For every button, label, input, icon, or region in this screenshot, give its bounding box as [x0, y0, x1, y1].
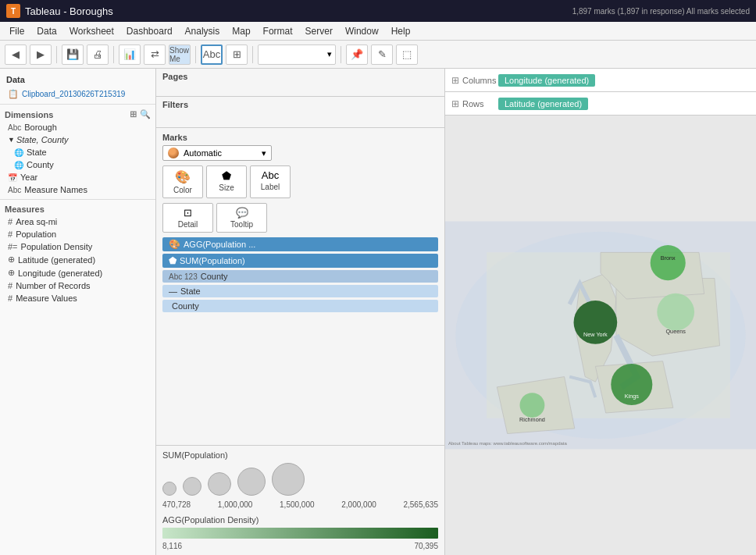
menu-bar: File Data Worksheet Dashboard Analysis M… [0, 22, 756, 41]
menu-data[interactable]: Data [30, 24, 62, 38]
left-panel: Data 📋 Clipboard_20130626T215319 Dimensi… [0, 69, 156, 555]
marks-label-card[interactable]: Abc Label [250, 165, 291, 198]
rows-shelf: ⊞ Rows Latitude (generated) [445, 92, 756, 116]
forward-button[interactable]: ▶ [30, 44, 52, 65]
dimensions-section: Dimensions ⊞ 🔍 Abc Borough ▼ State, Coun… [0, 104, 155, 199]
rows-pill[interactable]: Latitude (generated) [498, 98, 588, 110]
dim-year-type: 📅 [8, 173, 17, 182]
pill-county2-label: County [172, 301, 199, 311]
marks-pill-agg-pop-density[interactable]: 🎨 AGG(Population ... [162, 237, 438, 251]
dim-measure-names[interactable]: Abc Measure Names [5, 183, 151, 196]
marks-size-card[interactable]: ⬟ Size [206, 165, 247, 198]
dimensions-search-icon[interactable]: 🔍 [140, 109, 151, 119]
filters-title: Filters [162, 100, 438, 109]
meas-area-label: Area sq-mi [16, 217, 57, 226]
chart-type-button[interactable]: 📊 [119, 44, 141, 65]
print-button[interactable]: 🖨 [87, 44, 109, 65]
main-area: Data 📋 Clipboard_20130626T215319 Dimensi… [0, 69, 756, 555]
pages-title: Pages [162, 72, 438, 81]
globe-icon-state: 🌐 [14, 148, 23, 157]
data-label: Data [5, 72, 151, 87]
menu-map[interactable]: Map [226, 24, 256, 38]
save-button[interactable]: 💾 [62, 44, 84, 65]
marks-type-dropdown[interactable]: Automatic ▾ [162, 145, 272, 161]
marks-color-card[interactable]: 🎨 Color [162, 165, 203, 198]
fit-button[interactable]: ⊞ [226, 44, 248, 65]
menu-dashboard[interactable]: Dashboard [120, 24, 179, 38]
toolbar-sep-1 [56, 46, 57, 63]
menu-analysis[interactable]: Analysis [179, 24, 226, 38]
marks-tooltip-card[interactable]: 💬 Tooltip [216, 203, 267, 233]
pill-state-prefix: — [169, 286, 177, 296]
menu-help[interactable]: Help [385, 24, 417, 38]
svg-text:New York: New York [583, 331, 608, 338]
svg-text:Bronx: Bronx [661, 254, 676, 261]
clipboard-datasource[interactable]: 📋 Clipboard_20130626T215319 [5, 87, 151, 101]
columns-pill[interactable]: Longitude (generated) [498, 74, 595, 87]
legend-circle-4 [237, 468, 266, 496]
toolbar-sep-3 [195, 46, 196, 63]
dim-year[interactable]: 📅 Year [5, 171, 151, 183]
clipboard-name: Clipboard_20130626T215319 [22, 90, 125, 98]
label-button[interactable]: Abc [201, 44, 223, 65]
map-bubble-queens[interactable] [657, 294, 694, 331]
dimensions-header: Dimensions ⊞ 🔍 [5, 108, 151, 121]
detail-label: Detail [178, 220, 198, 229]
menu-server[interactable]: Server [299, 24, 339, 38]
marks-pill-state[interactable]: — State [162, 285, 438, 297]
hash-icon-values: # [8, 294, 12, 303]
dimensions-label: Dimensions [5, 110, 53, 119]
legend-sum-pop-title: SUM(Population) [162, 450, 438, 460]
menu-window[interactable]: Window [339, 24, 385, 38]
svg-text:Queens: Queens [665, 328, 686, 335]
menu-file[interactable]: File [3, 24, 30, 38]
dim-county[interactable]: 🌐 County [11, 158, 151, 171]
meas-longitude[interactable]: ⊕ Longitude (generated) [5, 266, 151, 279]
tool2[interactable]: ⬚ [396, 44, 418, 65]
svg-text:Richmond: Richmond [519, 416, 545, 423]
meas-latitude[interactable]: ⊕ Latitude (generated) [5, 253, 151, 266]
back-button[interactable]: ◀ [5, 44, 27, 65]
pin-button[interactable]: 📌 [346, 44, 368, 65]
pill-sum-label: SUM(Population) [180, 256, 245, 265]
marks-pill-sum-pop[interactable]: ⬟ SUM(Population) [162, 254, 438, 268]
dim-state[interactable]: 🌐 State [11, 146, 151, 158]
menu-worksheet[interactable]: Worksheet [63, 24, 120, 38]
swap-button[interactable]: ⇄ [144, 44, 166, 65]
filters-section: Filters [156, 97, 444, 128]
clipboard-icon: 📋 [8, 89, 19, 99]
marks-pill-county-detail[interactable]: Abc 123 County [162, 270, 438, 283]
app-title: Tableau - Boroughs [25, 5, 113, 17]
meas-area[interactable]: # Area sq-mi [5, 215, 151, 228]
map-area[interactable]: Bronx New York Queens Kings Richmond Abo… [445, 116, 756, 555]
columns-shelf: ⊞ Columns Longitude (generated) [445, 69, 756, 92]
meas-values-label: Measure Values [16, 294, 77, 303]
menu-format[interactable]: Format [257, 24, 299, 38]
dim-year-label: Year [20, 173, 37, 182]
fit-dropdown[interactable]: ▾ [258, 44, 336, 65]
pill-detail-icon: Abc 123 [169, 272, 198, 281]
dim-group-state-county[interactable]: ▼ State, County [5, 133, 151, 146]
map-bubble-richmond[interactable] [520, 393, 545, 418]
legend-density-title: AGG(Population Density) [162, 515, 438, 525]
marks-detail-card[interactable]: ⊡ Detail [162, 203, 213, 233]
meas-values[interactable]: # Measure Values [5, 292, 151, 304]
toolbar-sep-2 [113, 46, 114, 63]
columns-label: ⊞ Columns [451, 75, 498, 86]
dim-borough[interactable]: Abc Borough [5, 121, 151, 133]
tooltip-label: Tooltip [230, 220, 253, 229]
legend-circle-5 [272, 463, 305, 496]
show-me-button[interactable]: Show Me [169, 44, 191, 65]
legend-pop-1m: 1,000,000 [218, 500, 253, 509]
tool1[interactable]: ✎ [371, 44, 393, 65]
meas-population-label: Population [16, 229, 56, 239]
dimensions-grid-icon[interactable]: ⊞ [130, 109, 137, 119]
meas-pop-density[interactable]: #= Population Density [5, 240, 151, 253]
columns-grid-icon: ⊞ [451, 75, 459, 86]
meas-num-records[interactable]: # Number of Records [5, 279, 151, 292]
map-bubble-bronx[interactable] [651, 245, 686, 280]
marks-pill-county[interactable]: County [162, 300, 438, 312]
legend-density-min: 8,116 [162, 542, 182, 550]
meas-population[interactable]: # Population [5, 228, 151, 240]
app-icon: T [6, 4, 20, 18]
